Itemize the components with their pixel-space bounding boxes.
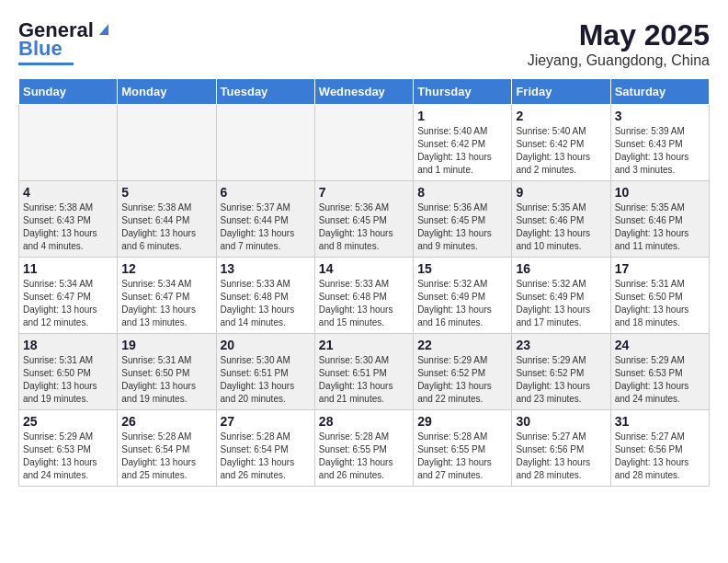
calendar-week-5: 25Sunrise: 5:29 AMSunset: 6:53 PMDayligh… [19,410,710,487]
logo: General Blue [18,18,112,65]
day-number: 1 [417,109,507,123]
calendar-cell: 26Sunrise: 5:28 AMSunset: 6:54 PMDayligh… [118,410,216,487]
calendar-week-3: 11Sunrise: 5:34 AMSunset: 6:47 PMDayligh… [19,258,710,334]
calendar-cell: 14Sunrise: 5:33 AMSunset: 6:48 PMDayligh… [314,258,413,334]
day-info: Sunrise: 5:30 AMSunset: 6:51 PMDaylight:… [319,354,409,406]
day-info: Sunrise: 5:33 AMSunset: 6:48 PMDaylight:… [221,278,311,329]
day-info: Sunrise: 5:35 AMSunset: 6:46 PMDaylight:… [615,201,705,253]
day-info: Sunrise: 5:34 AMSunset: 6:47 PMDaylight:… [23,278,113,329]
svg-marker-0 [99,24,108,35]
day-info: Sunrise: 5:29 AMSunset: 6:52 PMDaylight:… [417,354,507,406]
day-number: 20 [221,338,311,352]
calendar-cell: 31Sunrise: 5:27 AMSunset: 6:56 PMDayligh… [610,410,709,487]
calendar-cell: 16Sunrise: 5:32 AMSunset: 6:49 PMDayligh… [512,258,610,334]
day-info: Sunrise: 5:37 AMSunset: 6:44 PMDaylight:… [221,201,311,253]
calendar-cell: 18Sunrise: 5:31 AMSunset: 6:50 PMDayligh… [19,334,118,410]
day-number: 14 [319,261,409,276]
logo-underline [18,63,74,65]
day-info: Sunrise: 5:32 AMSunset: 6:49 PMDaylight:… [417,278,507,329]
calendar-cell [19,105,118,181]
calendar-cell: 11Sunrise: 5:34 AMSunset: 6:47 PMDayligh… [19,258,118,334]
day-number: 13 [221,261,311,276]
calendar-cell: 28Sunrise: 5:28 AMSunset: 6:55 PMDayligh… [314,410,413,487]
location-title: Jieyang, Guangdong, China [528,52,710,69]
calendar-cell [314,105,413,181]
day-number: 8 [417,185,507,200]
day-info: Sunrise: 5:32 AMSunset: 6:49 PMDaylight:… [516,278,606,329]
day-info: Sunrise: 5:28 AMSunset: 6:54 PMDaylight:… [121,431,211,482]
day-number: 27 [221,414,311,429]
calendar-cell [118,105,216,181]
calendar-cell: 27Sunrise: 5:28 AMSunset: 6:54 PMDayligh… [216,410,314,487]
calendar-cell: 20Sunrise: 5:30 AMSunset: 6:51 PMDayligh… [216,334,314,410]
day-info: Sunrise: 5:40 AMSunset: 6:42 PMDaylight:… [516,125,606,177]
day-number: 28 [319,414,409,429]
calendar-cell: 6Sunrise: 5:37 AMSunset: 6:44 PMDaylight… [216,181,314,258]
calendar-cell: 17Sunrise: 5:31 AMSunset: 6:50 PMDayligh… [610,258,709,334]
calendar-cell: 22Sunrise: 5:29 AMSunset: 6:52 PMDayligh… [414,334,512,410]
day-info: Sunrise: 5:31 AMSunset: 6:50 PMDaylight:… [121,354,211,406]
logo-blue: Blue [18,37,63,61]
day-number: 11 [23,261,113,276]
calendar-cell: 21Sunrise: 5:30 AMSunset: 6:51 PMDayligh… [314,334,413,410]
day-number: 26 [121,414,211,429]
calendar-header-row: SundayMondayTuesdayWednesdayThursdayFrid… [19,79,710,105]
column-header-sunday: Sunday [19,79,118,105]
title-block: May 2025 Jieyang, Guangdong, China [528,18,710,69]
day-info: Sunrise: 5:31 AMSunset: 6:50 PMDaylight:… [615,278,705,329]
day-number: 30 [516,414,606,429]
day-info: Sunrise: 5:38 AMSunset: 6:44 PMDaylight:… [121,201,211,253]
day-number: 24 [615,338,705,352]
day-number: 21 [319,338,409,352]
page-header: General Blue May 2025 Jieyang, Guangdong… [18,18,710,69]
calendar-table: SundayMondayTuesdayWednesdayThursdayFrid… [18,78,710,487]
day-number: 23 [516,338,606,352]
calendar-cell: 5Sunrise: 5:38 AMSunset: 6:44 PMDaylight… [118,181,216,258]
day-info: Sunrise: 5:39 AMSunset: 6:43 PMDaylight:… [615,125,705,177]
calendar-cell: 3Sunrise: 5:39 AMSunset: 6:43 PMDaylight… [610,105,709,181]
column-header-tuesday: Tuesday [216,79,314,105]
day-number: 29 [417,414,507,429]
day-number: 2 [516,109,606,123]
day-number: 15 [417,261,507,276]
day-info: Sunrise: 5:34 AMSunset: 6:47 PMDaylight:… [121,278,211,329]
calendar-week-4: 18Sunrise: 5:31 AMSunset: 6:50 PMDayligh… [19,334,710,410]
column-header-thursday: Thursday [414,79,512,105]
calendar-cell: 29Sunrise: 5:28 AMSunset: 6:55 PMDayligh… [414,410,512,487]
day-info: Sunrise: 5:30 AMSunset: 6:51 PMDaylight:… [221,354,311,406]
calendar-cell: 12Sunrise: 5:34 AMSunset: 6:47 PMDayligh… [118,258,216,334]
day-info: Sunrise: 5:33 AMSunset: 6:48 PMDaylight:… [319,278,409,329]
day-number: 17 [615,261,705,276]
calendar-cell: 25Sunrise: 5:29 AMSunset: 6:53 PMDayligh… [19,410,118,487]
day-number: 7 [319,185,409,200]
calendar-cell: 30Sunrise: 5:27 AMSunset: 6:56 PMDayligh… [512,410,610,487]
calendar-week-2: 4Sunrise: 5:38 AMSunset: 6:43 PMDaylight… [19,181,710,258]
day-number: 6 [221,185,311,200]
column-header-monday: Monday [118,79,216,105]
calendar-cell: 19Sunrise: 5:31 AMSunset: 6:50 PMDayligh… [118,334,216,410]
day-info: Sunrise: 5:35 AMSunset: 6:46 PMDaylight:… [516,201,606,253]
day-number: 5 [121,185,211,200]
day-number: 19 [121,338,211,352]
day-info: Sunrise: 5:28 AMSunset: 6:55 PMDaylight:… [417,431,507,482]
calendar-cell: 7Sunrise: 5:36 AMSunset: 6:45 PMDaylight… [314,181,413,258]
calendar-cell: 9Sunrise: 5:35 AMSunset: 6:46 PMDaylight… [512,181,610,258]
day-info: Sunrise: 5:29 AMSunset: 6:53 PMDaylight:… [615,354,705,406]
day-info: Sunrise: 5:40 AMSunset: 6:42 PMDaylight:… [417,125,507,177]
day-number: 4 [23,185,113,200]
calendar-week-1: 1Sunrise: 5:40 AMSunset: 6:42 PMDaylight… [19,105,710,181]
column-header-saturday: Saturday [610,79,709,105]
day-number: 31 [615,414,705,429]
column-header-wednesday: Wednesday [314,79,413,105]
day-number: 9 [516,185,606,200]
column-header-friday: Friday [512,79,610,105]
day-number: 16 [516,261,606,276]
calendar-cell: 4Sunrise: 5:38 AMSunset: 6:43 PMDaylight… [19,181,118,258]
day-info: Sunrise: 5:29 AMSunset: 6:52 PMDaylight:… [516,354,606,406]
calendar-cell [216,105,314,181]
calendar-cell: 10Sunrise: 5:35 AMSunset: 6:46 PMDayligh… [610,181,709,258]
day-info: Sunrise: 5:28 AMSunset: 6:54 PMDaylight:… [221,431,311,482]
day-number: 10 [615,185,705,200]
month-title: May 2025 [528,18,710,52]
calendar-cell: 13Sunrise: 5:33 AMSunset: 6:48 PMDayligh… [216,258,314,334]
